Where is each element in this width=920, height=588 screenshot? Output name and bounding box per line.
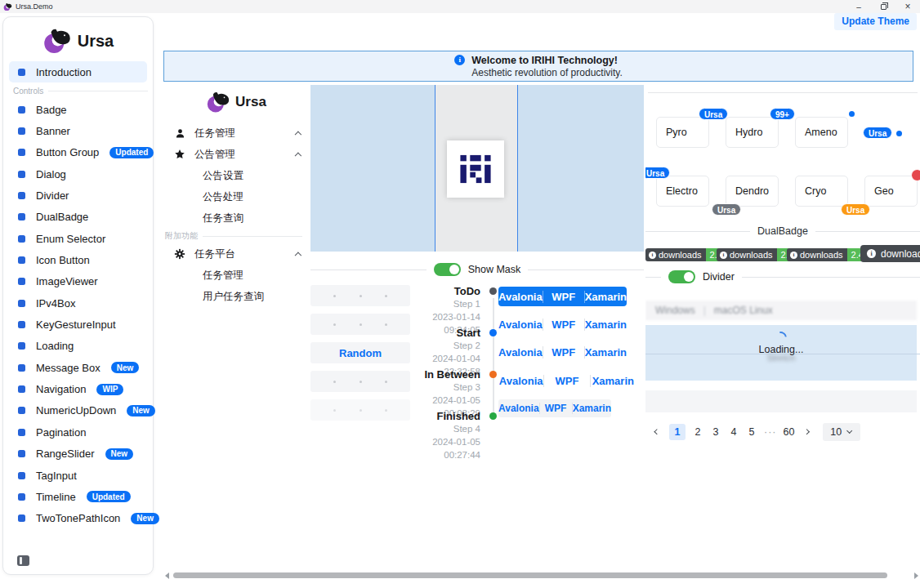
- menu-group-task-platform[interactable]: 任务平台: [163, 243, 309, 265]
- random-button[interactable]: Random: [310, 342, 410, 363]
- menu-logo: Ursa: [163, 82, 309, 122]
- sidebar-item-timeline[interactable]: TimelineUpdated: [3, 486, 153, 507]
- sidebar-item-pagination[interactable]: Pagination: [3, 421, 153, 443]
- red-dot-badge: [911, 169, 920, 181]
- sidebar-item-divider[interactable]: Divider: [3, 185, 153, 206]
- menu-group-task-management[interactable]: 任务管理: [163, 122, 309, 144]
- section-divider-line: [203, 236, 302, 237]
- page-button-3[interactable]: 3: [710, 424, 721, 440]
- page-button-1[interactable]: 1: [669, 424, 686, 440]
- sidebar-item-button-group[interactable]: Button GroupUpdated: [3, 142, 153, 163]
- badge-card-pyro: Pyro: [656, 117, 709, 148]
- xamarin-button[interactable]: Xamarin: [584, 346, 627, 359]
- bullet-icon: [18, 450, 25, 457]
- sidebar-item-badge[interactable]: Badge: [3, 99, 153, 120]
- sidebar-item-dialog[interactable]: Dialog: [3, 163, 153, 185]
- status-badge: New: [105, 448, 134, 460]
- menu-item-task-query[interactable]: 任务查询: [163, 207, 309, 229]
- next-page-button[interactable]: [802, 424, 813, 440]
- window-title: Ursa.Demo: [16, 2, 53, 11]
- sidebar-item-rangeslider[interactable]: RangeSliderNew: [3, 443, 153, 465]
- sidebar-item-numericupdown[interactable]: NumericUpDownNew: [3, 400, 153, 421]
- divider-toggle[interactable]: [668, 270, 695, 283]
- avalonia-button[interactable]: Avalonia: [498, 346, 543, 359]
- user-icon: [173, 128, 186, 139]
- show-mask-toggle[interactable]: [434, 263, 461, 276]
- dot-badge: [849, 111, 855, 117]
- ipv4box-input[interactable]: [310, 314, 410, 335]
- scroll-left-arrow[interactable]: [165, 572, 169, 579]
- wpf-button[interactable]: WPF: [543, 346, 584, 359]
- sidebar-item-imageviewer[interactable]: ImageViewer: [3, 271, 153, 292]
- bullet-icon: [18, 407, 25, 414]
- wpf-button[interactable]: WPF: [543, 375, 589, 387]
- xamarin-button[interactable]: Xamarin: [572, 403, 611, 414]
- sidebar-item-navigation[interactable]: NavigationWIP: [3, 378, 153, 399]
- menu-item-task-management[interactable]: 任务管理: [163, 265, 309, 286]
- avalonia-button[interactable]: Avalonia: [498, 375, 543, 387]
- divider-line: [815, 231, 920, 232]
- menu-item-announcement-settings[interactable]: 公告设置: [163, 165, 309, 186]
- sidebar-item-loading[interactable]: Loading: [3, 336, 153, 357]
- scrollbar-thumb[interactable]: [173, 572, 887, 578]
- scroll-right-arrow[interactable]: [914, 572, 918, 579]
- page-button-5[interactable]: 5: [746, 424, 757, 440]
- avalonia-button[interactable]: Avalonia: [498, 318, 543, 331]
- sidebar: Ursa Introduction Controls Badge Banner …: [2, 16, 154, 575]
- divider-line: [645, 231, 750, 232]
- sidebar-item-icon-button[interactable]: Icon Button: [3, 249, 153, 270]
- irihi-glyph: [454, 148, 497, 190]
- page-button-2[interactable]: 2: [692, 424, 703, 440]
- sidebar-item-enum-selector[interactable]: Enum Selector: [3, 228, 153, 249]
- timeline-item-finished: Finished Step 4 2024-01-05 00:27:44: [409, 410, 497, 452]
- menu-item-user-task-query[interactable]: 用户任务查询: [163, 286, 309, 307]
- minimize-button[interactable]: –: [846, 0, 871, 13]
- sidebar-item-twotonepathicon[interactable]: TwoTonePathIconNew: [3, 508, 153, 529]
- button-group-borderless: Avalonia WPF Xamarin: [498, 343, 627, 362]
- wpf-button[interactable]: WPF: [543, 318, 584, 331]
- update-theme-button[interactable]: Update Theme: [834, 13, 917, 30]
- chevron-left-icon: [654, 429, 660, 435]
- bullet-icon: [18, 235, 25, 243]
- avalonia-button[interactable]: Avalonia: [498, 403, 539, 414]
- ipv4box-input[interactable]: [310, 371, 410, 392]
- count-badge: 99+: [770, 108, 795, 120]
- status-badge: WIP: [96, 384, 123, 395]
- previous-page-button[interactable]: [651, 424, 663, 440]
- sidebar-logo: Ursa: [3, 17, 153, 58]
- page-size-select[interactable]: 10: [823, 423, 860, 441]
- xamarin-button[interactable]: Xamarin: [584, 318, 627, 331]
- badge-demo-panel: Pyro Hydro Ameno Ursa 99+ Ursa Electro D…: [645, 85, 920, 461]
- maximize-button[interactable]: [871, 0, 895, 13]
- sidebar-item-taginput[interactable]: TagInput: [3, 465, 153, 486]
- wpf-button[interactable]: WPF: [539, 403, 572, 414]
- sidebar-item-introduction[interactable]: Introduction: [9, 61, 147, 82]
- xamarin-button[interactable]: Xamarin: [584, 291, 627, 303]
- menu-group-announcement[interactable]: 公告管理: [163, 144, 309, 165]
- bullet-icon: [18, 127, 25, 135]
- sidebar-item-keygestureinput[interactable]: KeyGestureInput: [3, 314, 153, 335]
- page-button-4[interactable]: 4: [728, 424, 739, 440]
- wpf-button[interactable]: WPF: [543, 291, 584, 303]
- bullet-icon: [18, 256, 25, 264]
- button-group-solid: Avalonia WPF Xamarin: [498, 287, 627, 306]
- image-viewer[interactable]: [310, 85, 644, 252]
- avalonia-button[interactable]: Avalonia: [498, 291, 543, 303]
- collapse-sidebar-icon[interactable]: [17, 555, 29, 566]
- close-button[interactable]: ×: [895, 0, 920, 13]
- badge-card-electro: Electro: [656, 176, 709, 207]
- ursa-badge: Ursa: [699, 108, 728, 120]
- sidebar-item-banner[interactable]: Banner: [3, 120, 153, 141]
- banner-title: Welcome to IRIHI Technology!: [471, 54, 623, 67]
- menu-section-extras: 附加功能: [163, 229, 309, 243]
- page-button-60[interactable]: 60: [784, 424, 795, 440]
- ipv4box-input[interactable]: [310, 285, 410, 306]
- sidebar-item-dualbadge[interactable]: DualBadge: [3, 207, 153, 228]
- sidebar-item-message-box[interactable]: Message BoxNew: [3, 357, 153, 378]
- menu-item-announcement-processing[interactable]: 公告处理: [163, 186, 309, 207]
- button-group-compact: Avalonia WPF Xamarin: [498, 399, 611, 417]
- app-logo-icon: [3, 2, 12, 11]
- xamarin-button[interactable]: Xamarin: [590, 375, 636, 387]
- sidebar-item-ipv4box[interactable]: IPv4Box: [3, 292, 153, 314]
- loading-text: Loading...: [645, 344, 917, 355]
